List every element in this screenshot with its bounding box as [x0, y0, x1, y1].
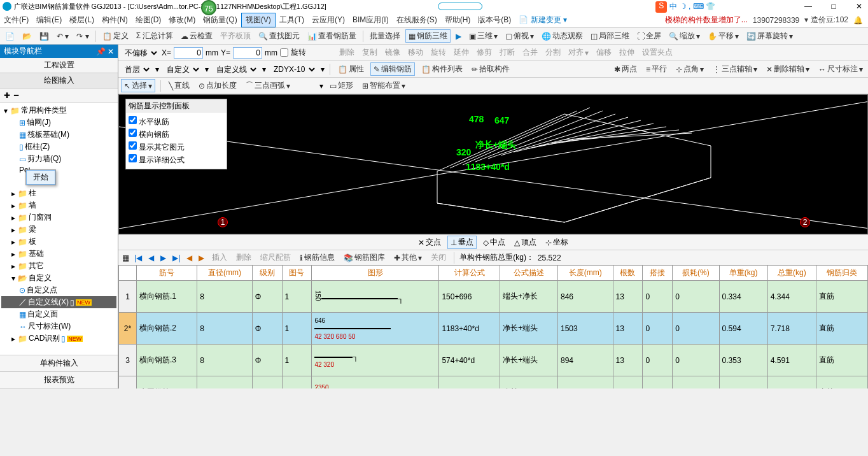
check-transverse[interactable]: 横向钢筋: [129, 128, 224, 141]
menu-view[interactable]: 视图(V): [241, 13, 276, 27]
tree-dimension[interactable]: ↔ 尺寸标注(W): [1, 320, 116, 332]
expand-icon[interactable]: ✚: [4, 91, 10, 100]
account-number[interactable]: 13907298339: [753, 16, 799, 25]
category-combo[interactable]: 自定义: [163, 64, 201, 75]
grid-icon[interactable]: ▦: [122, 253, 129, 262]
tree-custom-folder[interactable]: ▾📂自定义: [1, 272, 116, 284]
menu-modify[interactable]: 修改(M): [165, 13, 199, 27]
maximize-button[interactable]: □: [827, 2, 840, 11]
attr-button[interactable]: 📋 属性: [335, 62, 367, 76]
line-button[interactable]: ╲ 直线: [166, 79, 192, 92]
minimize-button[interactable]: —: [802, 2, 815, 11]
menu-newchange[interactable]: 📄 新建变更 ▾: [515, 13, 571, 27]
tree-col-folder[interactable]: ▸📁柱: [1, 187, 116, 199]
tree-custom-face[interactable]: ▦ 自定义面: [1, 308, 116, 320]
news-ticker[interactable]: 楼梯的构件数量增加了...: [665, 15, 748, 25]
tree-wall-folder[interactable]: ▸📁墙: [1, 199, 116, 211]
zoom-button[interactable]: 🔍 缩放 ▾: [666, 29, 703, 43]
tree-axis[interactable]: ⊞ 轴网(J): [1, 117, 116, 129]
rebar3d-button[interactable]: ▦ 钢筋三维: [405, 29, 451, 43]
nav-next2[interactable]: ▶: [197, 253, 206, 262]
component-tree[interactable]: ▾📁常用构件类型 ⊞ 轴网(J) ▦ 筏板基础(M) ▯ 框柱(Z) ▭ 剪力墙…: [0, 103, 118, 355]
rebarlib-button[interactable]: 📚 钢筋图库: [341, 251, 388, 264]
undo-button[interactable]: ↶ ▾: [54, 31, 71, 42]
redo-button[interactable]: ↷ ▾: [74, 31, 91, 42]
editrebar-button[interactable]: ✎ 编辑钢筋: [370, 62, 415, 76]
rebar-display-panel[interactable]: 钢筋显示控制面板 水平纵筋 横向钢筋 显示其它图元 显示详细公式: [125, 99, 227, 169]
snap-perp[interactable]: ⊥ 垂点: [447, 236, 477, 249]
bell-icon[interactable]: 🔔: [853, 16, 863, 25]
save-file-button[interactable]: 💾: [37, 31, 52, 42]
sidebar-pin-icon[interactable]: 📌 ✕: [96, 47, 114, 56]
new-file-button[interactable]: 📄: [3, 31, 17, 42]
other-button[interactable]: ✚ 其他 ▾: [391, 251, 424, 264]
menu-bim[interactable]: BIM应用(I): [349, 13, 393, 27]
nav-first[interactable]: |◀: [133, 253, 143, 262]
check-horizontal[interactable]: 水平纵筋: [129, 115, 224, 128]
cloudcheck-button[interactable]: ☁ 云检查: [178, 29, 215, 43]
nav-next[interactable]: ▶: [159, 253, 167, 262]
rebarinfo-button[interactable]: ℹ 钢筋信息: [297, 251, 337, 264]
type-combo[interactable]: 自定义线: [213, 64, 258, 75]
menu-edit[interactable]: 编辑(E): [32, 13, 66, 27]
tab-report-preview[interactable]: 报表预览: [0, 372, 118, 388]
offset-combo[interactable]: 不偏移: [121, 47, 159, 59]
rect-button[interactable]: ▭ 矩形: [327, 79, 356, 92]
tree-opening-folder[interactable]: ▸📁门窗洞: [1, 211, 116, 224]
check-other[interactable]: 显示其它图元: [129, 141, 224, 153]
tree-custom-point[interactable]: ⊙ 自定义点: [1, 284, 116, 296]
open-file-button[interactable]: 📂: [20, 31, 34, 42]
menu-online[interactable]: 在线服务(S): [393, 13, 441, 27]
ime-icon[interactable]: S: [655, 1, 667, 13]
tree-custom-line[interactable]: ／ 自定义线(X)▯NEW: [1, 296, 116, 308]
nav-prev2[interactable]: ◀: [185, 253, 193, 262]
pan-button[interactable]: ✋ 平移 ▾: [705, 29, 741, 43]
check-formula[interactable]: 显示详细公式: [129, 153, 224, 166]
lookdown-button[interactable]: ▢ 俯视 ▾: [503, 29, 536, 43]
screenrotate-button[interactable]: 🔄 屏幕旋转 ▾: [744, 29, 795, 43]
tree-other-folder[interactable]: ▸📁其它: [1, 260, 116, 272]
tree-column[interactable]: ▯ 框柱(Z): [1, 141, 116, 153]
close-grid-button[interactable]: 关闭: [428, 251, 449, 264]
threearc-button[interactable]: ⌒ 三点画弧 ▾: [243, 79, 293, 92]
tab-single-input[interactable]: 单构件输入: [0, 355, 118, 372]
batchsel-button[interactable]: 批量选择: [367, 29, 403, 43]
tree-shearwall[interactable]: ▭ 剪力墙(Q): [1, 153, 116, 165]
tab-draw-input[interactable]: 绘图输入: [0, 73, 118, 89]
findgraph-button[interactable]: 🔍 查找图元: [256, 29, 302, 43]
close-button[interactable]: ✕: [853, 2, 865, 11]
define-button[interactable]: 📋 定义: [100, 29, 131, 43]
nav-last[interactable]: ▶|: [171, 253, 181, 262]
tree-slab-folder[interactable]: ▸📁板: [1, 236, 116, 248]
snap-coord[interactable]: ⊹ 坐标: [543, 236, 571, 248]
tree-poi[interactable]: Poi...: [1, 165, 116, 175]
popup-menu[interactable]: 开始: [25, 169, 56, 185]
tree-found-folder[interactable]: ▸📁基础: [1, 248, 116, 260]
menu-floor[interactable]: 楼层(L): [66, 13, 98, 27]
tree-beam-folder[interactable]: ▸📁梁: [1, 224, 116, 236]
local3d-button[interactable]: ◫ 局部三维: [588, 29, 632, 43]
rebar-grid[interactable]: 筋号直径(mm)级别 图号图形计算公式 公式描述长度(mm)根数 搭接损耗(%)…: [118, 265, 868, 388]
menu-component[interactable]: 构件(N): [98, 13, 132, 27]
snap-top[interactable]: △ 顶点: [512, 236, 539, 248]
menu-file[interactable]: 文件(F): [0, 13, 32, 27]
tab-project-settings[interactable]: 工程设置: [0, 58, 118, 73]
viewrebar-button[interactable]: 📊 查看钢筋量: [305, 29, 359, 43]
menu-help[interactable]: 帮助(H): [441, 13, 475, 27]
ime-lang[interactable]: 中 ☽ , ⌨ 👕: [669, 1, 715, 13]
select-button[interactable]: ↖ 选择 ▾: [121, 79, 155, 92]
dimension-button[interactable]: ↔ 尺寸标注 ▾: [816, 62, 865, 76]
snap-cross[interactable]: ✕ 交点: [416, 236, 444, 248]
popup-start[interactable]: 开始: [26, 170, 55, 185]
x-input[interactable]: [174, 47, 203, 59]
point-button[interactable]: ⊹ 点角 ▾: [673, 62, 706, 76]
smartlayout-button[interactable]: ⊞ 智能布置 ▾: [360, 79, 408, 92]
tree-raft[interactable]: ▦ 筏板基础(M): [1, 129, 116, 141]
collapse-icon[interactable]: ━: [14, 91, 18, 100]
rotate-checkbox[interactable]: [280, 48, 288, 57]
menu-cloud[interactable]: 云应用(Y): [308, 13, 349, 27]
menu-version[interactable]: 版本号(B): [474, 13, 515, 27]
tree-cad-folder[interactable]: ▸📁CAD识别 ▯NEW: [1, 332, 116, 345]
parallel-button[interactable]: ≡ 平行: [643, 62, 669, 76]
addlen-button[interactable]: ⊙ 点加长度: [196, 79, 239, 92]
